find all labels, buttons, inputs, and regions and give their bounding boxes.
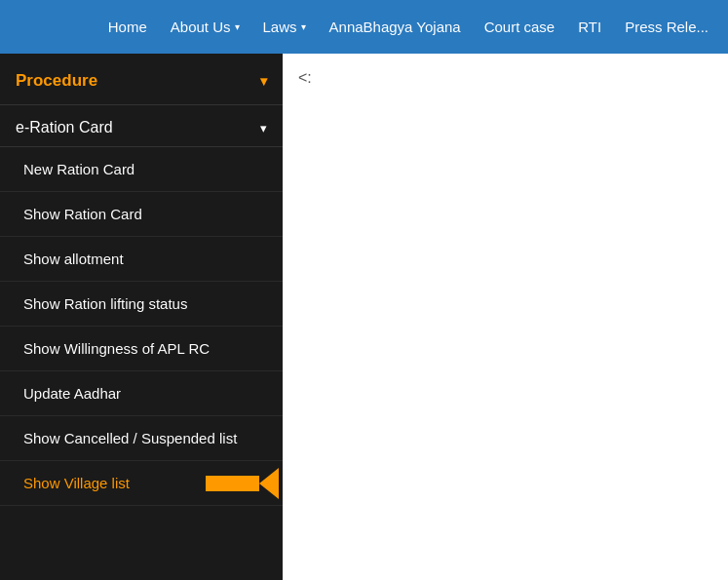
sidebar-item-update-aadhar[interactable]: Update Aadhar [0,371,283,416]
arrow-annotation [206,476,259,491]
sidebar-item-show-allotment[interactable]: Show allotment [0,237,283,282]
sidebar-item-new-ration-card[interactable]: New Ration Card [0,147,283,192]
chevron-down-icon: ▾ [260,121,267,135]
top-navigation: Home About Us ▾ Laws ▾ AnnaBhagya Yojana… [0,0,728,54]
chevron-down-icon: ▾ [301,21,306,32]
chevron-down-icon: ▾ [260,73,267,89]
sidebar-section-procedure[interactable]: Procedure ▾ [0,54,283,105]
sidebar-item-show-ration-lifting-status[interactable]: Show Ration lifting status [0,282,283,327]
sidebar-item-show-cancelled-suspended[interactable]: Show Cancelled / Suspended list [0,416,283,461]
sidebar-item-show-ration-card[interactable]: Show Ration Card [0,192,283,237]
content-area: <: [283,54,728,580]
sidebar-item-show-willingness[interactable]: Show Willingness of APL RC [0,327,283,371]
sidebar-subsection-erationcard[interactable]: e-Ration Card ▾ [0,105,283,147]
back-button[interactable]: <: [298,69,312,87]
nav-court-case[interactable]: Court case [484,19,556,35]
nav-rti[interactable]: RTI [578,19,601,35]
nav-home[interactable]: Home [108,19,147,35]
sidebar-item-show-village-list[interactable]: Show Village list [0,461,283,506]
main-layout: Procedure ▾ e-Ration Card ▾ New Ration C… [0,54,728,580]
sidebar-subsection-label: e-Ration Card [16,119,113,136]
chevron-down-icon: ▾ [235,21,240,32]
sidebar: Procedure ▾ e-Ration Card ▾ New Ration C… [0,54,283,580]
nav-about-us[interactable]: About Us ▾ [171,19,240,35]
nav-press-release[interactable]: Press Rele... [625,19,709,35]
nav-annabhagya-yojana[interactable]: AnnaBhagya Yojana [329,19,461,35]
nav-laws[interactable]: Laws ▾ [263,19,306,35]
sidebar-section-title-label: Procedure [16,71,97,91]
